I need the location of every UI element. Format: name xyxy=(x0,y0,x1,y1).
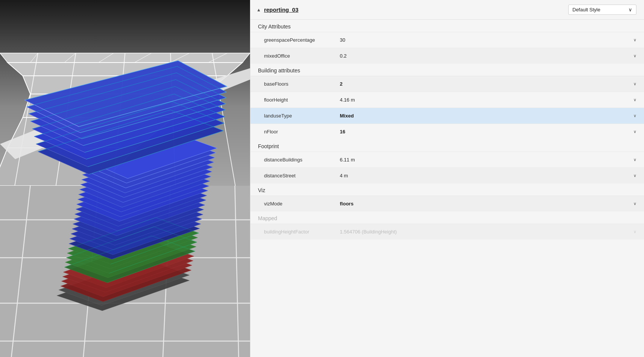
greenspace-chevron-icon[interactable]: ∨ xyxy=(633,38,636,42)
attr-name-nfloor: nFloor xyxy=(264,129,332,135)
attr-value-group-distancestreet: 4 m xyxy=(340,173,633,178)
attr-row-buildingheightfactor: buildingHeightFactor 1.564706 (BuildingH… xyxy=(250,224,644,240)
attr-name-buildingheightfactor: buildingHeightFactor xyxy=(264,229,332,235)
attr-value-basefloors: 2 xyxy=(340,81,408,87)
attr-value-group-floorheight: 4.16 m xyxy=(340,97,633,103)
viewport-3d xyxy=(0,0,250,357)
vizmode-chevron-icon[interactable]: ∨ xyxy=(633,201,636,206)
attr-name-landusetype: landuseType xyxy=(264,113,332,119)
attr-value-group-nfloor: 16 xyxy=(340,129,633,135)
landusetype-chevron-icon[interactable]: ∨ xyxy=(633,113,636,118)
mixedoffice-chevron-icon[interactable]: ∨ xyxy=(633,53,636,58)
properties-header: ▲ reporting_03 Default Style ∨ xyxy=(250,0,644,20)
attr-value-group-distancebuildings: 6.11 m xyxy=(340,157,633,163)
attr-name-distancebuildings: distanceBuildings xyxy=(264,157,332,163)
section-viz: Viz xyxy=(250,183,644,196)
attr-value-landusetype: Mixed xyxy=(340,113,408,119)
buildingheightfactor-chevron-icon[interactable]: ∨ xyxy=(633,229,636,234)
attr-name-distancestreet: distanceStreet xyxy=(264,173,332,178)
attr-row-landusetype: landuseType Mixed ∨ xyxy=(250,108,644,124)
attr-value-mixedoffice: 0.2 xyxy=(340,53,408,59)
attr-name-greenspace: greenspacePercentage xyxy=(264,37,332,43)
properties-panel: ▲ reporting_03 Default Style ∨ City Attr… xyxy=(250,0,644,357)
attr-row-nfloor: nFloor 16 ∨ xyxy=(250,124,644,139)
style-chevron-icon: ∨ xyxy=(628,7,632,13)
attr-row-distancestreet: distanceStreet 4 m ∨ xyxy=(250,168,644,183)
nfloor-chevron-icon[interactable]: ∨ xyxy=(633,129,636,134)
attr-name-basefloors: baseFloors xyxy=(264,81,332,87)
attr-value-group-buildingheightfactor: 1.564706 (BuildingHeight) xyxy=(340,229,633,235)
layer-title[interactable]: reporting_03 xyxy=(264,6,299,13)
attr-value-greenspace: 30 xyxy=(340,37,408,43)
attr-value-buildingheightfactor: 1.564706 (BuildingHeight) xyxy=(340,229,408,235)
attr-row-distancebuildings: distanceBuildings 6.11 m ∨ xyxy=(250,152,644,168)
attr-value-vizmode: floors xyxy=(340,201,408,207)
attr-value-nfloor: 16 xyxy=(340,129,408,135)
properties-scroll-area[interactable]: ▲ reporting_03 Default Style ∨ City Attr… xyxy=(250,0,644,357)
style-dropdown[interactable]: Default Style ∨ xyxy=(568,5,636,15)
style-label: Default Style xyxy=(572,7,600,13)
section-building-attributes: Building attributes xyxy=(250,64,644,76)
section-mapped: Mapped xyxy=(250,211,644,224)
collapse-arrow-icon[interactable]: ▲ xyxy=(256,7,261,13)
3d-scene xyxy=(0,0,250,357)
attr-row-basefloors: baseFloors 2 ∨ xyxy=(250,76,644,92)
svg-marker-8 xyxy=(8,63,242,76)
attr-name-vizmode: vizMode xyxy=(264,201,332,207)
attr-value-distancebuildings: 6.11 m xyxy=(340,157,408,163)
attr-value-group-vizmode: floors xyxy=(340,201,633,207)
attr-row-greenspace: greenspacePercentage 30 ∨ xyxy=(250,32,644,48)
attr-value-floorheight: 4.16 m xyxy=(340,97,408,103)
attr-row-mixedoffice: mixedOffice 0.2 ∨ xyxy=(250,48,644,64)
attr-value-group-greenspace: 30 xyxy=(340,37,633,43)
distancestreet-chevron-icon[interactable]: ∨ xyxy=(633,173,636,178)
title-group: ▲ reporting_03 xyxy=(256,6,299,13)
attr-value-group-mixedoffice: 0.2 xyxy=(340,53,633,59)
attr-value-distancestreet: 4 m xyxy=(340,173,408,178)
attr-row-floorheight: floorHeight 4.16 m ∨ xyxy=(250,92,644,108)
distancebuildings-chevron-icon[interactable]: ∨ xyxy=(633,157,636,162)
attr-name-floorheight: floorHeight xyxy=(264,97,332,103)
attr-value-group-landusetype: Mixed xyxy=(340,113,633,119)
section-footprint: Footprint xyxy=(250,139,644,152)
attr-row-vizmode: vizMode floors ∨ xyxy=(250,196,644,211)
basefloors-chevron-icon[interactable]: ∨ xyxy=(633,81,636,86)
section-city-attributes: City Attributes xyxy=(250,20,644,32)
attr-name-mixedoffice: mixedOffice xyxy=(264,53,332,59)
attr-value-group-basefloors: 2 xyxy=(340,81,633,87)
floorheight-chevron-icon[interactable]: ∨ xyxy=(633,97,636,102)
